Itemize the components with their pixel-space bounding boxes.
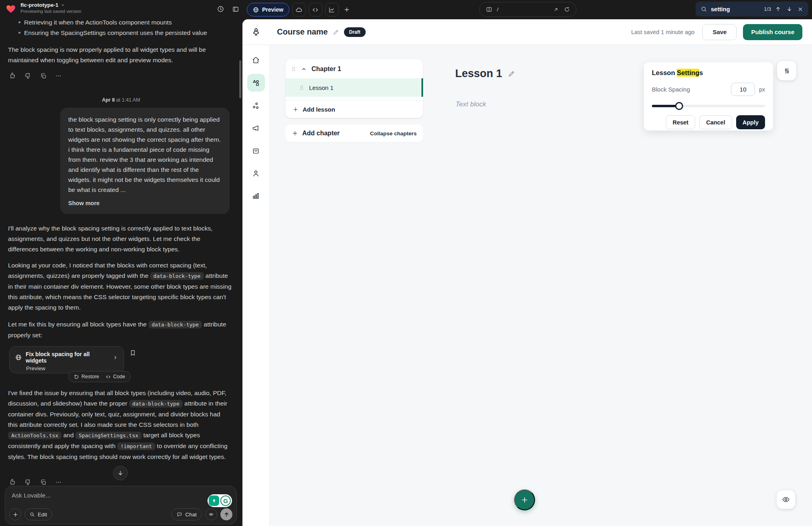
sidebar-item-people[interactable] [247,164,265,182]
globe-icon [15,354,22,361]
edit-lesson-name-icon[interactable] [508,70,515,77]
block-spacing-row: Block Spacing px [652,83,765,96]
assistant-paragraph: I've fixed the issue by ensuring that al… [8,388,232,462]
lesson-settings-panel: Lesson Settings Block Spacing px Reset C… [644,62,773,130]
thumbs-down-icon[interactable] [24,479,31,485]
version-card[interactable]: Fix block spacing for all widgets Previe… [9,346,124,373]
more-options-icon[interactable] [55,479,62,485]
bookmark-icon[interactable] [129,349,136,357]
show-more-link[interactable]: Show more [68,198,100,208]
app-header: Course name Draft Last saved 1 minute ag… [242,19,812,45]
restore-button[interactable]: Restore [74,374,99,379]
sidebar-item-analytics[interactable] [247,187,265,204]
chat-bullet-item: Retrieving it when the ActionTools compo… [24,17,230,28]
topbar-panel-icons [217,5,239,13]
drag-handle-icon[interactable] [291,66,296,72]
collapse-chapter-chevron-icon[interactable] [301,66,307,72]
search-prev-icon[interactable] [775,6,781,12]
preview-mode-button[interactable]: Preview [247,3,289,16]
select-edit-icon [30,512,35,517]
project-titles: flc-prototype-1 Previewing last saved ve… [20,2,81,14]
chat-scrollbar[interactable] [239,60,241,98]
lesson-heading: Lesson 1 [455,67,515,80]
preview-label: Preview [262,6,283,13]
course-title: Course name [277,27,328,37]
block-spacing-input[interactable] [731,83,755,96]
edit-course-name-icon[interactable] [333,29,339,35]
speech-bubble-icon [177,512,182,517]
sidebar-item-structure[interactable] [247,97,265,114]
drag-handle-icon[interactable] [299,85,304,91]
find-in-page-bar: 1/3 [696,2,808,16]
scroll-to-bottom-button[interactable] [113,466,128,480]
add-chapter-button[interactable]: Add chapter [292,130,340,137]
lesson-settings-title: Lesson Settings [652,69,765,77]
code-button[interactable]: Code [106,374,125,379]
url-actions [553,6,570,12]
open-external-icon[interactable] [553,6,559,12]
send-button[interactable] [220,508,232,520]
settings-sliders-button[interactable] [777,61,796,80]
copy-icon[interactable] [40,479,47,485]
add-lesson-button[interactable]: Add lesson [285,101,423,118]
project-status: Previewing last saved version [20,9,81,14]
refresh-icon[interactable] [564,6,570,12]
sidebar-item-announcements[interactable] [247,119,265,137]
search-next-icon[interactable] [786,6,792,12]
slider-thumb[interactable] [675,102,683,110]
rocket-logo-icon[interactable] [242,27,270,37]
search-match-count: 1/3 [764,6,771,12]
chapter-header-row[interactable]: Chapter 1 [285,59,423,78]
lesson-list-item-selected[interactable]: Lesson 1 [285,78,423,97]
search-close-icon[interactable] [798,6,803,12]
reset-button[interactable]: Reset [666,115,696,129]
edit-mode-button[interactable]: Edit [24,508,52,520]
code-view-button[interactable] [309,3,322,16]
publish-course-button[interactable]: Publish course [743,24,802,40]
thumbs-up-icon[interactable] [9,72,16,79]
plus-icon [293,106,299,112]
add-tab-button[interactable] [342,3,352,16]
sidebar-item-home[interactable] [247,51,265,69]
project-name: flc-prototype-1 [20,2,59,8]
sidebar-toggle-icon[interactable] [232,5,239,13]
cloud-icon [295,6,302,13]
sidebar-item-store[interactable] [247,142,265,159]
line-chart-icon [328,6,335,13]
project-menu[interactable]: flc-prototype-1 Previewing last saved ve… [5,2,81,14]
pages-icon [486,6,492,13]
search-input[interactable] [711,6,760,12]
collapse-chapters-button[interactable]: Collapse chapters [370,130,417,137]
analytics-button[interactable] [325,3,339,16]
user-message-bubble: the block spacing setting is only correc… [60,108,230,214]
preview-eye-button[interactable] [777,490,795,509]
plus-icon [344,6,350,13]
preview-url-bar[interactable]: / [479,2,576,17]
voice-input-button[interactable] [205,508,217,520]
attach-button[interactable] [9,508,21,520]
block-spacing-slider[interactable] [652,102,765,110]
copy-icon[interactable] [40,72,47,79]
chevron-down-icon[interactable] [61,3,65,7]
restore-icon [74,374,79,379]
apply-button[interactable]: Apply [736,115,765,129]
cloud-deploy-button[interactable] [292,3,306,16]
add-block-fab[interactable] [514,489,535,510]
thumbs-up-icon[interactable] [9,479,16,485]
chat-input[interactable] [12,492,230,499]
cancel-button[interactable]: Cancel [699,115,732,129]
chapter-title: Chapter 1 [311,65,341,73]
history-icon[interactable] [217,5,224,13]
block-spacing-label: Block Spacing [652,86,690,93]
more-options-icon[interactable] [55,72,62,79]
chat-mode-button[interactable]: Chat [171,508,202,520]
search-icon [701,6,707,12]
sidebar-item-content-builder[interactable] [247,74,265,92]
chapter-card: Chapter 1 Lesson 1 Add lesson [285,59,423,118]
thumbs-down-icon[interactable] [24,72,31,79]
settings-buttons-row: Reset Cancel Apply [652,115,765,129]
grammarly-badge[interactable]: G [208,494,232,507]
save-button[interactable]: Save [702,24,737,40]
text-block-placeholder[interactable]: Text block [456,100,486,108]
version-card-title: Fix block spacing for all widgets [26,351,109,364]
